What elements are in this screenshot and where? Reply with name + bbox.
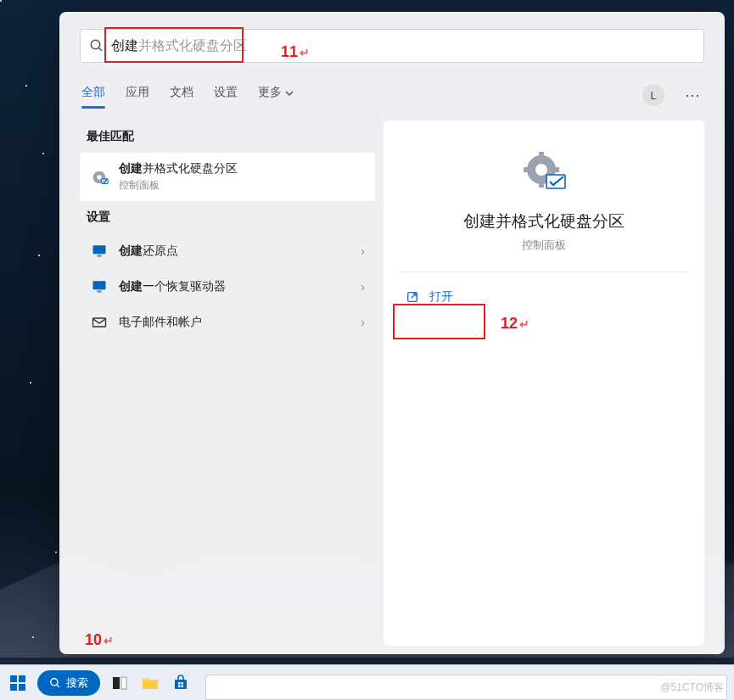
svg-line-23 [57,684,59,686]
file-explorer-button[interactable] [139,672,161,694]
svg-rect-25 [121,677,126,689]
results-column: 最佳匹配 创建并格式化硬盘分区 控制面板 设置 创建还原点 › 创建一个恢复驱动 [80,120,375,646]
svg-rect-26 [143,680,158,689]
monitor-icon [90,242,109,260]
svg-rect-9 [93,318,106,327]
tab-settings[interactable]: 设置 [212,81,239,109]
svg-rect-24 [113,677,120,689]
svg-rect-28 [178,682,181,685]
gear-check-icon [521,149,567,195]
svg-rect-30 [178,685,181,687]
tab-apps[interactable]: 应用 [124,81,151,109]
svg-rect-21 [19,684,25,691]
user-avatar[interactable]: L [642,84,664,106]
svg-rect-18 [10,675,17,682]
open-action[interactable]: 打开 [399,281,689,313]
section-settings: 设置 [87,210,375,225]
start-button[interactable] [7,672,29,694]
task-view-button[interactable] [109,672,131,694]
watermark: @51CTO博客 [660,680,724,695]
store-button[interactable] [170,672,192,694]
svg-point-3 [97,175,102,180]
annotation-label-12: 12↵ [501,315,529,333]
monitor-icon [90,277,109,296]
result-recovery-drive[interactable]: 创建一个恢复驱动器 › [80,269,375,305]
detail-panel: 创建并格式化硬盘分区 控制面板 打开 [384,120,704,646]
result-restore-point[interactable]: 创建还原点 › [80,233,375,269]
detail-subtitle: 控制面板 [522,238,566,253]
taskbar: 搜索 [0,664,734,700]
svg-point-22 [51,678,58,685]
detail-title: 创建并格式化硬盘分区 [463,210,625,232]
svg-point-15 [535,164,547,176]
search-filter-tabs: 全部 应用 文档 设置 更多 L ⋯ [80,81,704,109]
mail-icon [90,313,109,332]
svg-rect-12 [539,181,544,188]
result-create-partition[interactable]: 创建并格式化硬盘分区 控制面板 [80,153,375,201]
svg-rect-6 [98,255,102,257]
section-best-match: 最佳匹配 [87,129,375,144]
result-email-accounts[interactable]: 电子邮件和帐户 › [80,305,375,340]
svg-rect-5 [93,245,106,254]
svg-rect-11 [539,152,544,159]
gear-icon [90,168,109,187]
chevron-right-icon: › [361,316,365,329]
annotation-label-10: 10↵ [85,631,114,649]
svg-rect-27 [175,680,187,689]
svg-rect-31 [182,685,184,687]
svg-rect-14 [552,167,559,172]
separator [399,272,689,272]
svg-rect-29 [182,682,184,685]
search-icon [49,677,61,689]
svg-rect-20 [10,684,17,691]
svg-rect-8 [98,290,102,293]
chevron-right-icon: › [361,280,365,294]
taskbar-rest [205,675,727,700]
more-options-button[interactable]: ⋯ [681,86,704,104]
svg-rect-13 [524,167,530,172]
tab-more[interactable]: 更多 [256,81,295,109]
open-icon [406,290,419,304]
taskbar-search-button[interactable]: 搜索 [37,670,100,696]
svg-rect-19 [19,675,25,682]
search-input-bar[interactable]: 创建并格式化硬盘分区 [80,29,704,63]
tab-all[interactable]: 全部 [80,81,107,109]
tab-documents[interactable]: 文档 [168,81,195,109]
windows-search-popup: 创建并格式化硬盘分区 全部 应用 文档 设置 更多 L ⋯ 最佳匹配 创建并格式… [59,12,725,654]
annotation-label-11: 11↵ [281,43,310,61]
svg-rect-7 [93,281,106,289]
chevron-right-icon: › [361,244,365,258]
